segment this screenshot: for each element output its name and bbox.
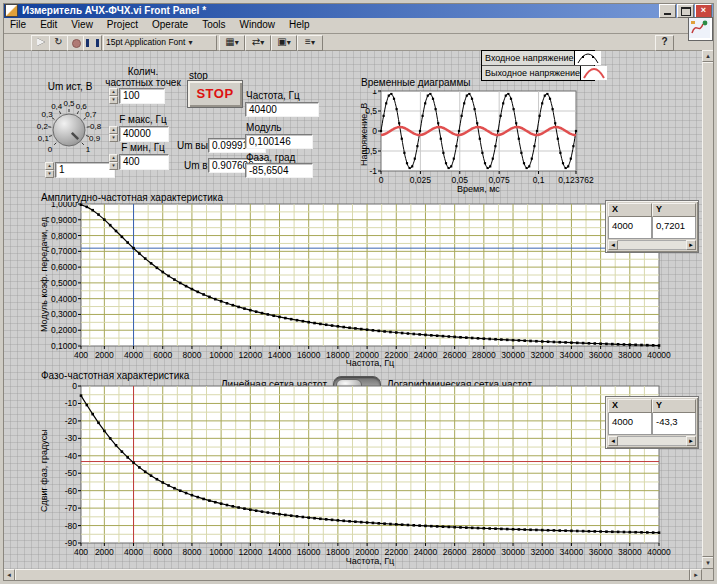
scroll-down-button[interactable]: ▾ [702, 557, 714, 569]
close-button[interactable]: × [695, 4, 712, 18]
svg-text:-50: -50 [65, 468, 78, 478]
scroll-right-button[interactable]: ▸ [686, 436, 696, 446]
vi-icon[interactable] [5, 4, 18, 17]
cursor-x-header: X [608, 399, 652, 413]
legend-row-input[interactable]: Входное напряжение [482, 51, 594, 66]
increment-button[interactable]: ▴ [45, 162, 54, 170]
svg-text:-30: -30 [65, 433, 78, 443]
scroll-up-button[interactable]: ▴ [702, 50, 714, 62]
pause-button[interactable] [83, 35, 102, 51]
svg-text:0,7000: 0,7000 [51, 246, 77, 256]
help-button[interactable]: ? [655, 35, 674, 51]
vertical-scrollbar[interactable]: ▴ ▾ [702, 50, 714, 569]
reorder-dropdown[interactable]: ≡▾ [297, 35, 323, 51]
decrement-button[interactable]: ▾ [109, 96, 118, 104]
run-button[interactable] [31, 35, 50, 51]
menu-item-project[interactable]: Project [100, 18, 145, 33]
pfc-cursor-values: 4000 -43,3 [608, 413, 696, 435]
window-buttons: × [659, 4, 712, 18]
svg-text:8000: 8000 [182, 547, 201, 556]
menu-item-tools[interactable]: Tools [195, 18, 232, 33]
phase-label: Фаза, град [246, 152, 295, 163]
source-voltage-knob[interactable]: 00,10,20,30,40,50,60,70,80,91 [21, 94, 117, 160]
svg-text:14000: 14000 [268, 547, 292, 556]
svg-text:-20: -20 [65, 416, 78, 426]
increment-button[interactable]: ▴ [109, 126, 118, 134]
svg-text:0,2: 0,2 [37, 122, 49, 131]
time-diagrams-plot[interactable]: 00,0250,050,0750,10,12376210,50-0,5-1 [353, 90, 599, 186]
waveform-legend: Входное напряжение Выходное напряжение [481, 50, 595, 81]
minimize-button[interactable] [659, 4, 676, 18]
afc-plot[interactable]: 4002000400060008000100001200014000160001… [39, 202, 702, 364]
menu-item-edit[interactable]: Edit [33, 18, 64, 33]
menu-item-file[interactable]: File [3, 18, 33, 33]
stop-button[interactable]: STOP [187, 80, 243, 108]
svg-text:20000: 20000 [355, 547, 379, 556]
labview-window: Измеритель АЧХ-ФЧХ.vi Front Panel * × Fi… [0, 0, 717, 584]
menu-item-operate[interactable]: Operate [145, 18, 195, 33]
svg-text:1: 1 [86, 145, 91, 154]
maximize-button[interactable] [677, 4, 694, 18]
font-selector[interactable]: 15pt Application Font ▾ [103, 35, 217, 51]
distribute-objects-dropdown[interactable]: ⇄▾ [245, 35, 271, 51]
afc-graph: Амплитудно-частотная характеристика Моду… [39, 192, 702, 372]
svg-text:-80: -80 [65, 521, 78, 531]
decrement-button[interactable]: ▾ [45, 170, 54, 178]
scroll-right-button[interactable]: ▸ [686, 240, 696, 250]
scroll-left-button[interactable]: ◂ [3, 569, 15, 581]
f-max-label: F макс, Гц [107, 114, 179, 125]
svg-text:0,8: 0,8 [90, 122, 102, 131]
abort-icon [72, 39, 81, 48]
pfc-title: Фазо-частотная характеристика [41, 370, 189, 381]
source-knob-value-field[interactable]: 1 [55, 162, 115, 178]
scroll-track[interactable] [618, 436, 686, 446]
scroll-right-button[interactable]: ▸ [690, 569, 702, 581]
svg-text:0: 0 [48, 145, 53, 154]
vertical-scroll-thumb[interactable] [702, 62, 714, 557]
cursor-y-header: Y [652, 399, 696, 413]
svg-text:26000: 26000 [443, 547, 467, 556]
svg-text:36000: 36000 [589, 547, 613, 556]
horizontal-scroll-thumb[interactable] [15, 569, 690, 581]
f-min-field[interactable]: 400 [119, 154, 169, 170]
frequency-label: Частота, Гц [246, 90, 300, 101]
f-min-label: F мин, Гц [107, 142, 179, 153]
afc-cursor-legend: X Y 4000 0,7201 ◂ ▸ [605, 200, 699, 253]
scroll-track[interactable] [618, 240, 686, 250]
source-knob-label: Um ист, В [33, 81, 107, 92]
increment-button[interactable]: ▴ [109, 154, 118, 162]
pfc-cursor-scrollbar[interactable]: ◂ ▸ [608, 436, 696, 446]
afc-cursor-scrollbar[interactable]: ◂ ▸ [608, 240, 696, 250]
decrement-button[interactable]: ▾ [109, 162, 118, 170]
f-max-field[interactable]: 40000 [119, 126, 169, 142]
svg-text:1: 1 [372, 90, 377, 96]
decrement-button[interactable]: ▾ [109, 134, 118, 142]
align-objects-dropdown[interactable]: ▦▾ [219, 35, 245, 51]
afc-cursor-x-value: 4000 [608, 217, 652, 239]
afc-cursor-values: 4000 0,7201 [608, 217, 696, 239]
run-continuous-button[interactable]: ↻ [49, 35, 68, 51]
scroll-left-button[interactable]: ◂ [608, 436, 618, 446]
menu-bar: File Edit View Project Operate Tools Win… [3, 18, 714, 34]
f-min-control: ▴ ▾ 400 [109, 154, 169, 170]
input-voltage-legend-label: Входное напряжение [482, 53, 574, 63]
increment-button[interactable]: ▴ [109, 88, 118, 96]
module-label: Модуль [246, 122, 281, 133]
pfc-plot[interactable]: 4002000400060008000100001200014000160001… [39, 382, 702, 556]
chevron-down-icon: ▾ [287, 38, 291, 47]
num-points-field[interactable]: 100 [119, 88, 165, 104]
menu-item-help[interactable]: Help [282, 18, 317, 33]
menu-item-window[interactable]: Window [232, 18, 282, 33]
svg-text:0,1: 0,1 [38, 134, 50, 143]
svg-text:0,1000: 0,1000 [51, 341, 77, 351]
resize-objects-dropdown[interactable]: ▣▾ [271, 35, 297, 51]
svg-text:32000: 32000 [530, 547, 554, 556]
svg-text:0,5: 0,5 [63, 99, 75, 108]
legend-row-output[interactable]: Выходное напряжение [482, 66, 594, 80]
menu-item-view[interactable]: View [64, 18, 100, 33]
pfc-cursor-x-value: 4000 [608, 413, 652, 435]
cursor-y-header: Y [652, 203, 696, 217]
horizontal-scrollbar[interactable]: ◂ ▸ [3, 569, 702, 581]
scroll-left-button[interactable]: ◂ [608, 240, 618, 250]
svg-text:22000: 22000 [384, 547, 408, 556]
